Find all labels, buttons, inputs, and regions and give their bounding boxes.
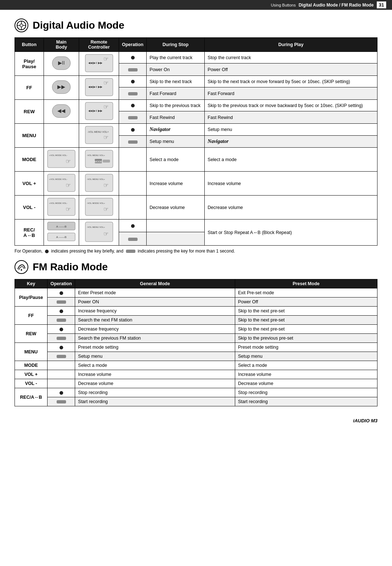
main-content: Digital Audio Mode Button MainBody Remot…	[0, 10, 392, 417]
digital-audio-title: Digital Audio Mode	[33, 20, 124, 31]
remote-ff-img: ◀◀ ▶II ▶▶ ☞	[85, 78, 114, 97]
col-main-body: MainBody	[44, 38, 79, 52]
rect-icon	[57, 337, 66, 340]
fm-preset-skip-prev: Skip to the previous pre-set	[235, 334, 377, 343]
circle-icon	[60, 328, 63, 331]
rect-icon	[57, 300, 66, 304]
table-row: FF ▶▶ ◀◀ ▶II ▶▶ ☞ Ski	[15, 76, 377, 87]
svg-rect-41	[85, 198, 113, 216]
table-row: Play/Pause ▶II ◀◀ ▶II ▶▶ ☞	[15, 52, 377, 63]
button-menu: MENU	[15, 124, 44, 148]
table-row: Setup menu Setup menu	[15, 352, 377, 361]
fm-preset-skip-next3: Skip to the next pre-set	[235, 325, 377, 334]
stop-rec-rect	[147, 232, 205, 246]
svg-point-1	[20, 24, 23, 27]
footer-note: For Operation, indicates pressing the ke…	[15, 249, 377, 254]
using-buttons-label: Using Buttons	[271, 3, 295, 7]
play-rec-ab: Start or Stop Repeat A↔B (Block Repeat)	[205, 220, 377, 246]
svg-text:-VOL MODE VOL+: -VOL MODE VOL+	[87, 202, 105, 204]
main-body-rew: ◀◀	[44, 100, 79, 124]
fm-key-play-pause: Play/Pause	[15, 288, 48, 307]
remote-rew: ◀◀ ▶II ▶▶ ☞	[79, 100, 119, 124]
button-rec-ab: REC/A↔B	[15, 220, 44, 246]
op-circle-rec	[119, 220, 147, 232]
op-rect-play	[119, 63, 147, 76]
fm-general-power-on: Power ON	[75, 298, 235, 307]
svg-text:◀◀: ◀◀	[57, 108, 65, 114]
table-row: Search the previous FM station Skip to t…	[15, 334, 377, 343]
button-vol-minus: VOL -	[15, 196, 44, 220]
col-during-play: During Play	[205, 38, 377, 52]
rect-icon	[128, 140, 138, 144]
svg-rect-48	[85, 222, 113, 242]
fm-op-circle-menu	[48, 343, 75, 352]
play-skip-next: Skip to the next track or move forward b…	[205, 76, 377, 87]
circle-icon-note	[45, 250, 49, 253]
svg-rect-32	[48, 174, 75, 192]
stop-decrease-volume: Decrease volume	[147, 196, 205, 220]
table-row: MODE +VOL MODE VOL- ☞ -VOL MENU VOL+ MOD…	[15, 148, 377, 172]
fm-preset-increase-vol: Increase volume	[235, 370, 377, 379]
digital-audio-icon	[15, 19, 28, 32]
remote-menu-img: -VOL MENU VOL+ ☞	[85, 126, 114, 144]
op-vol-plus	[119, 172, 147, 196]
op-mode	[119, 148, 147, 172]
svg-text:-VOL MENU VOL+: -VOL MENU VOL+	[87, 178, 105, 180]
play-fast-forward: Fast Forward	[205, 87, 377, 100]
main-body-vol-minus: +VOL MODE VOL- ☞	[44, 196, 79, 220]
svg-text:+VOL MODE VOL-: +VOL MODE VOL-	[49, 178, 68, 180]
stop-power-on: Power On	[147, 63, 205, 76]
fm-op-circle-rew	[48, 325, 75, 334]
op-circle-ff	[119, 76, 147, 87]
stop-select-mode: Select a mode	[147, 148, 205, 172]
svg-point-51	[21, 269, 22, 271]
fm-key-vol-plus: VOL +	[15, 370, 48, 379]
svg-text:A ——B: A ——B	[56, 235, 66, 239]
op-rect-menu	[119, 136, 147, 148]
fm-op-circle-ff	[48, 307, 75, 316]
svg-text:☞: ☞	[103, 182, 109, 188]
fm-general-decrease-vol: Decrease volume	[75, 379, 235, 388]
svg-rect-24	[48, 150, 75, 168]
table-row: REC/A↔B Stop recording Stop recording	[15, 388, 377, 397]
svg-text:+VOL MODE VOL-: +VOL MODE VOL-	[49, 154, 68, 156]
brand-text: iAUDIO M3	[353, 418, 377, 423]
fm-op-circle-play	[48, 288, 75, 298]
col-during-stop: During Stop	[147, 38, 205, 52]
svg-rect-21	[85, 126, 113, 144]
svg-text:-VOL MENU VOL+: -VOL MENU VOL+	[87, 154, 105, 156]
play-increase-volume: Increase volume	[205, 172, 377, 196]
fm-key-ff: FF	[15, 307, 48, 325]
ff-body-img: ▶▶	[50, 78, 72, 97]
mode-body-img: +VOL MODE VOL- ☞	[47, 149, 76, 168]
svg-text:▶II: ▶II	[58, 60, 65, 66]
svg-text:-VOL MENU VOL+: -VOL MENU VOL+	[87, 131, 109, 133]
remote-play-pause-img: ◀◀ ▶II ▶▶ ☞	[85, 54, 114, 73]
digital-audio-table: Button MainBody RemoteController Operati…	[15, 37, 377, 246]
vol-plus-body-img: +VOL MODE VOL- ☞	[47, 173, 76, 192]
fm-col-operation: Operation	[48, 279, 75, 288]
fm-preset-power-off: Power Off	[235, 298, 377, 307]
stop-fast-forward: Fast Forward	[147, 87, 205, 100]
fm-preset-select-mode: Select a mode	[235, 361, 377, 370]
col-operation: Operation	[119, 38, 147, 52]
table-row: REW ◀◀ ◀◀ ▶II ▶▶ ☞ Sk	[15, 100, 377, 111]
play-skip-prev: Skip to the previous track or move backw…	[205, 100, 377, 111]
rect-icon	[57, 355, 66, 358]
fm-radio-heading: FM Radio Mode	[15, 260, 377, 274]
remote-rec-img: -VOL MENU VOL+ ☞	[85, 221, 114, 242]
fm-general-select-mode: Select a mode	[75, 361, 235, 370]
svg-text:-VOL MENU VOL+: -VOL MENU VOL+	[87, 226, 105, 228]
digital-audio-heading: Digital Audio Mode	[15, 19, 377, 32]
play-stop-current: Stop the current track	[205, 52, 377, 63]
fm-radio-title: FM Radio Mode	[33, 261, 108, 273]
play-navigator: Navigator	[205, 136, 377, 148]
svg-rect-35	[85, 174, 113, 192]
main-body-mode: +VOL MODE VOL- ☞	[44, 148, 79, 172]
table-row: MENU Preset mode setting Preset mode set…	[15, 343, 377, 352]
main-body-rec: A ——B A ——B	[44, 220, 79, 246]
fm-key-vol-minus: VOL -	[15, 379, 48, 388]
col-button: Button	[15, 38, 44, 52]
table-row: MENU -VOL MENU VOL+ ☞ Navigator Setup me…	[15, 124, 377, 136]
fm-key-menu: MENU	[15, 343, 48, 361]
